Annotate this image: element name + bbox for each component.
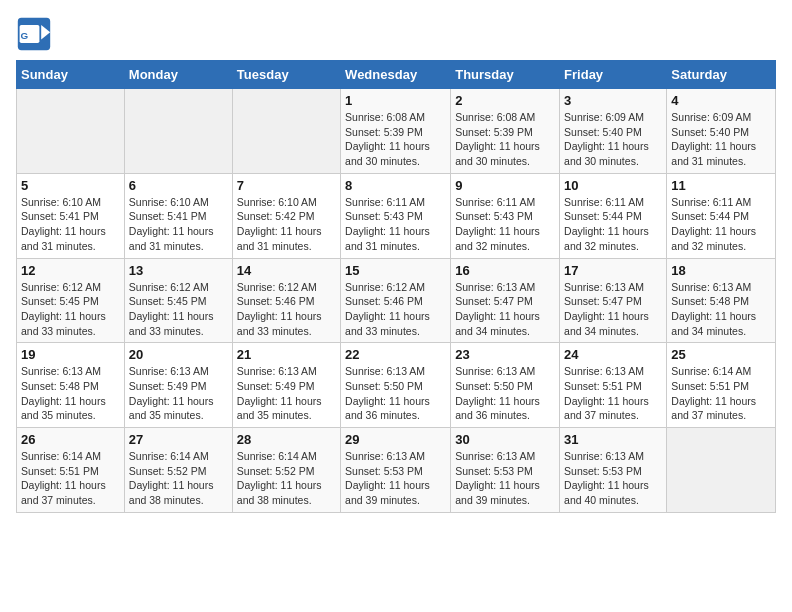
day-info: Sunrise: 6:08 AM Sunset: 5:39 PM Dayligh… <box>455 110 555 169</box>
logo-icon: G <box>16 16 52 52</box>
day-of-week-header: Thursday <box>451 61 560 89</box>
day-number: 22 <box>345 347 446 362</box>
day-of-week-header: Sunday <box>17 61 125 89</box>
day-number: 4 <box>671 93 771 108</box>
day-info: Sunrise: 6:13 AM Sunset: 5:48 PM Dayligh… <box>21 364 120 423</box>
calendar-cell: 24Sunrise: 6:13 AM Sunset: 5:51 PM Dayli… <box>560 343 667 428</box>
day-info: Sunrise: 6:13 AM Sunset: 5:49 PM Dayligh… <box>237 364 336 423</box>
day-info: Sunrise: 6:09 AM Sunset: 5:40 PM Dayligh… <box>564 110 662 169</box>
calendar-week-row: 26Sunrise: 6:14 AM Sunset: 5:51 PM Dayli… <box>17 428 776 513</box>
day-info: Sunrise: 6:14 AM Sunset: 5:52 PM Dayligh… <box>237 449 336 508</box>
day-number: 25 <box>671 347 771 362</box>
day-info: Sunrise: 6:13 AM Sunset: 5:48 PM Dayligh… <box>671 280 771 339</box>
day-info: Sunrise: 6:13 AM Sunset: 5:47 PM Dayligh… <box>564 280 662 339</box>
calendar-cell: 7Sunrise: 6:10 AM Sunset: 5:42 PM Daylig… <box>232 173 340 258</box>
calendar-cell: 22Sunrise: 6:13 AM Sunset: 5:50 PM Dayli… <box>341 343 451 428</box>
calendar-cell: 25Sunrise: 6:14 AM Sunset: 5:51 PM Dayli… <box>667 343 776 428</box>
calendar-cell: 3Sunrise: 6:09 AM Sunset: 5:40 PM Daylig… <box>560 89 667 174</box>
calendar-cell: 31Sunrise: 6:13 AM Sunset: 5:53 PM Dayli… <box>560 428 667 513</box>
calendar-cell: 12Sunrise: 6:12 AM Sunset: 5:45 PM Dayli… <box>17 258 125 343</box>
day-number: 10 <box>564 178 662 193</box>
day-of-week-header: Wednesday <box>341 61 451 89</box>
calendar-cell: 2Sunrise: 6:08 AM Sunset: 5:39 PM Daylig… <box>451 89 560 174</box>
day-number: 17 <box>564 263 662 278</box>
day-of-week-header: Monday <box>124 61 232 89</box>
day-info: Sunrise: 6:11 AM Sunset: 5:44 PM Dayligh… <box>671 195 771 254</box>
day-number: 2 <box>455 93 555 108</box>
calendar-cell: 5Sunrise: 6:10 AM Sunset: 5:41 PM Daylig… <box>17 173 125 258</box>
calendar-cell: 26Sunrise: 6:14 AM Sunset: 5:51 PM Dayli… <box>17 428 125 513</box>
day-number: 20 <box>129 347 228 362</box>
day-info: Sunrise: 6:14 AM Sunset: 5:51 PM Dayligh… <box>21 449 120 508</box>
calendar-week-row: 5Sunrise: 6:10 AM Sunset: 5:41 PM Daylig… <box>17 173 776 258</box>
day-number: 9 <box>455 178 555 193</box>
day-number: 13 <box>129 263 228 278</box>
day-of-week-header: Tuesday <box>232 61 340 89</box>
day-number: 12 <box>21 263 120 278</box>
day-info: Sunrise: 6:12 AM Sunset: 5:46 PM Dayligh… <box>237 280 336 339</box>
day-info: Sunrise: 6:14 AM Sunset: 5:52 PM Dayligh… <box>129 449 228 508</box>
day-number: 18 <box>671 263 771 278</box>
calendar-cell: 14Sunrise: 6:12 AM Sunset: 5:46 PM Dayli… <box>232 258 340 343</box>
page-header: G <box>16 16 776 52</box>
day-info: Sunrise: 6:13 AM Sunset: 5:50 PM Dayligh… <box>345 364 446 423</box>
calendar-cell: 19Sunrise: 6:13 AM Sunset: 5:48 PM Dayli… <box>17 343 125 428</box>
calendar-cell: 30Sunrise: 6:13 AM Sunset: 5:53 PM Dayli… <box>451 428 560 513</box>
day-info: Sunrise: 6:13 AM Sunset: 5:51 PM Dayligh… <box>564 364 662 423</box>
calendar-cell: 23Sunrise: 6:13 AM Sunset: 5:50 PM Dayli… <box>451 343 560 428</box>
day-number: 6 <box>129 178 228 193</box>
day-info: Sunrise: 6:12 AM Sunset: 5:45 PM Dayligh… <box>129 280 228 339</box>
calendar-cell: 27Sunrise: 6:14 AM Sunset: 5:52 PM Dayli… <box>124 428 232 513</box>
day-number: 26 <box>21 432 120 447</box>
calendar-cell: 4Sunrise: 6:09 AM Sunset: 5:40 PM Daylig… <box>667 89 776 174</box>
calendar-cell: 20Sunrise: 6:13 AM Sunset: 5:49 PM Dayli… <box>124 343 232 428</box>
day-info: Sunrise: 6:10 AM Sunset: 5:41 PM Dayligh… <box>21 195 120 254</box>
calendar-cell <box>124 89 232 174</box>
day-info: Sunrise: 6:10 AM Sunset: 5:42 PM Dayligh… <box>237 195 336 254</box>
calendar-week-row: 1Sunrise: 6:08 AM Sunset: 5:39 PM Daylig… <box>17 89 776 174</box>
day-of-week-header: Saturday <box>667 61 776 89</box>
day-of-week-header: Friday <box>560 61 667 89</box>
day-info: Sunrise: 6:13 AM Sunset: 5:47 PM Dayligh… <box>455 280 555 339</box>
calendar-cell: 15Sunrise: 6:12 AM Sunset: 5:46 PM Dayli… <box>341 258 451 343</box>
day-number: 24 <box>564 347 662 362</box>
calendar-cell: 1Sunrise: 6:08 AM Sunset: 5:39 PM Daylig… <box>341 89 451 174</box>
day-info: Sunrise: 6:10 AM Sunset: 5:41 PM Dayligh… <box>129 195 228 254</box>
day-info: Sunrise: 6:09 AM Sunset: 5:40 PM Dayligh… <box>671 110 771 169</box>
day-info: Sunrise: 6:11 AM Sunset: 5:44 PM Dayligh… <box>564 195 662 254</box>
day-number: 19 <box>21 347 120 362</box>
calendar-cell: 11Sunrise: 6:11 AM Sunset: 5:44 PM Dayli… <box>667 173 776 258</box>
svg-text:G: G <box>21 30 29 41</box>
day-info: Sunrise: 6:13 AM Sunset: 5:53 PM Dayligh… <box>345 449 446 508</box>
day-info: Sunrise: 6:13 AM Sunset: 5:49 PM Dayligh… <box>129 364 228 423</box>
day-number: 31 <box>564 432 662 447</box>
calendar-cell: 10Sunrise: 6:11 AM Sunset: 5:44 PM Dayli… <box>560 173 667 258</box>
day-number: 14 <box>237 263 336 278</box>
day-info: Sunrise: 6:08 AM Sunset: 5:39 PM Dayligh… <box>345 110 446 169</box>
calendar-cell: 21Sunrise: 6:13 AM Sunset: 5:49 PM Dayli… <box>232 343 340 428</box>
day-number: 15 <box>345 263 446 278</box>
day-info: Sunrise: 6:13 AM Sunset: 5:50 PM Dayligh… <box>455 364 555 423</box>
calendar-cell <box>232 89 340 174</box>
day-number: 30 <box>455 432 555 447</box>
day-number: 23 <box>455 347 555 362</box>
day-number: 28 <box>237 432 336 447</box>
day-number: 7 <box>237 178 336 193</box>
day-info: Sunrise: 6:11 AM Sunset: 5:43 PM Dayligh… <box>345 195 446 254</box>
calendar-table: SundayMondayTuesdayWednesdayThursdayFrid… <box>16 60 776 513</box>
calendar-cell: 13Sunrise: 6:12 AM Sunset: 5:45 PM Dayli… <box>124 258 232 343</box>
calendar-cell: 16Sunrise: 6:13 AM Sunset: 5:47 PM Dayli… <box>451 258 560 343</box>
day-number: 29 <box>345 432 446 447</box>
day-number: 3 <box>564 93 662 108</box>
calendar-cell: 9Sunrise: 6:11 AM Sunset: 5:43 PM Daylig… <box>451 173 560 258</box>
calendar-cell: 28Sunrise: 6:14 AM Sunset: 5:52 PM Dayli… <box>232 428 340 513</box>
day-number: 8 <box>345 178 446 193</box>
calendar-cell: 18Sunrise: 6:13 AM Sunset: 5:48 PM Dayli… <box>667 258 776 343</box>
day-number: 1 <box>345 93 446 108</box>
calendar-cell: 6Sunrise: 6:10 AM Sunset: 5:41 PM Daylig… <box>124 173 232 258</box>
day-info: Sunrise: 6:14 AM Sunset: 5:51 PM Dayligh… <box>671 364 771 423</box>
calendar-cell <box>667 428 776 513</box>
day-number: 27 <box>129 432 228 447</box>
logo: G <box>16 16 54 52</box>
day-info: Sunrise: 6:13 AM Sunset: 5:53 PM Dayligh… <box>455 449 555 508</box>
